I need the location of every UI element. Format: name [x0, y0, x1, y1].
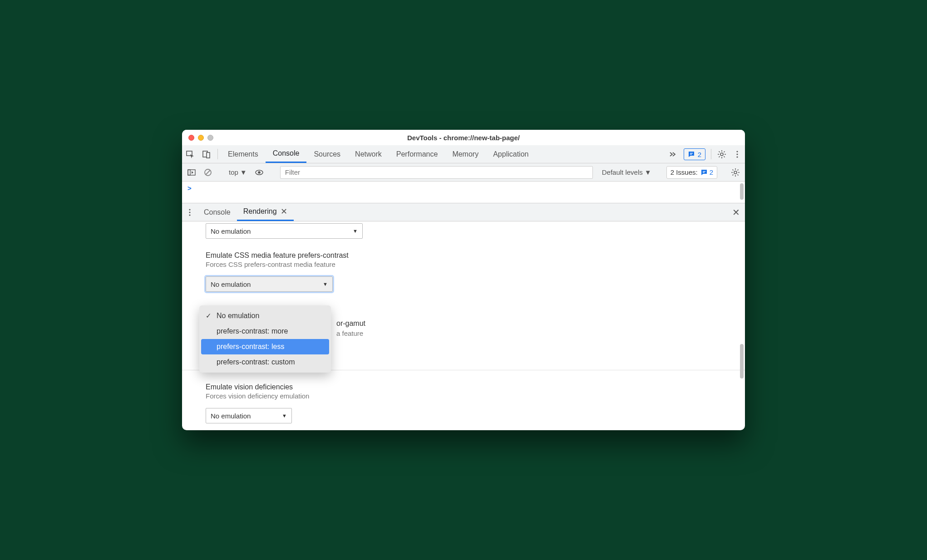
levels-label: Default levels — [602, 168, 643, 176]
more-tabs-icon[interactable] — [665, 145, 681, 163]
window-title: DevTools - chrome://new-tab-page/ — [182, 134, 745, 142]
dropdown-option-more[interactable]: prefers-contrast: more — [201, 324, 329, 339]
svg-point-7 — [736, 153, 738, 155]
option-label: prefers-contrast: more — [217, 327, 288, 335]
option-label: No emulation — [217, 312, 259, 320]
context-label: top — [229, 168, 238, 176]
panel-scrollbar-thumb[interactable] — [740, 344, 744, 378]
live-expression-icon[interactable] — [252, 168, 266, 177]
divider — [711, 149, 711, 159]
clear-console-icon[interactable] — [201, 168, 215, 177]
drawer-tab-label: Console — [204, 208, 231, 216]
chevron-down-icon: ▼ — [645, 168, 651, 176]
tab-sources[interactable]: Sources — [306, 145, 348, 163]
svg-point-17 — [734, 171, 737, 174]
vision-deficiencies-title: Emulate vision deficiencies — [206, 383, 739, 391]
svg-point-14 — [258, 171, 261, 174]
messages-badge[interactable]: 2 — [684, 148, 705, 160]
issues-count-wrap: 2 — [700, 168, 713, 176]
vision-deficiencies-subtitle: Forces vision deficiency emulation — [206, 392, 739, 400]
device-toggle-icon[interactable] — [198, 145, 215, 163]
top-emulation-select[interactable]: No emulation ▼ — [206, 223, 363, 239]
chevron-down-icon: ▼ — [353, 228, 358, 234]
issues-label: 2 Issues: — [671, 168, 698, 176]
titlebar: DevTools - chrome://new-tab-page/ — [182, 130, 745, 145]
message-icon — [688, 151, 695, 158]
inspect-element-icon[interactable] — [182, 145, 198, 163]
console-body[interactable]: > — [182, 182, 745, 203]
filter-input[interactable] — [280, 166, 593, 179]
svg-rect-2 — [207, 152, 210, 158]
console-settings-icon[interactable] — [729, 168, 742, 177]
minimize-window-button[interactable] — [198, 135, 204, 141]
svg-rect-15 — [703, 171, 705, 172]
chevron-down-icon: ▼ — [323, 281, 328, 287]
issues-count: 2 — [710, 168, 713, 176]
drawer-tab-label: Rendering — [243, 207, 277, 216]
tab-console[interactable]: Console — [266, 145, 307, 163]
prefers-contrast-select[interactable]: No emulation ▼ — [206, 276, 333, 292]
tab-performance[interactable]: Performance — [389, 145, 445, 163]
prefers-contrast-subtitle: Forces CSS prefers-contrast media featur… — [206, 260, 739, 268]
tab-application[interactable]: Application — [486, 145, 536, 163]
drawer-kebab-icon[interactable] — [182, 203, 197, 221]
dropdown-option-less[interactable]: prefers-contrast: less — [201, 339, 329, 354]
close-drawer-icon[interactable]: ✕ — [727, 203, 745, 221]
log-levels-selector[interactable]: Default levels ▼ — [598, 168, 655, 176]
settings-icon[interactable] — [714, 145, 730, 163]
drawer-tab-console[interactable]: Console — [197, 203, 237, 221]
color-gamut-subtitle-fragment: a feature — [336, 329, 363, 337]
rendering-panel: No emulation ▼ Emulate CSS media feature… — [182, 221, 745, 430]
scrollbar-thumb[interactable] — [740, 183, 744, 200]
prefers-contrast-dropdown: No emulation prefers-contrast: more pref… — [199, 305, 331, 373]
console-prompt: > — [182, 182, 745, 195]
drawer-tab-rendering[interactable]: Rendering ✕ — [237, 203, 294, 221]
tab-label: Network — [355, 150, 382, 158]
issues-badge[interactable]: 2 Issues: 2 — [666, 166, 717, 179]
main-tab-strip: Elements Console Sources Network Perform… — [182, 145, 745, 163]
svg-rect-3 — [690, 153, 693, 153]
color-gamut-title-fragment: or-gamut — [336, 319, 365, 328]
toggle-sidebar-icon[interactable] — [185, 168, 198, 177]
prefers-contrast-title: Emulate CSS media feature prefers-contra… — [206, 251, 739, 260]
tab-memory[interactable]: Memory — [445, 145, 486, 163]
svg-point-20 — [189, 214, 190, 216]
tab-elements[interactable]: Elements — [221, 145, 266, 163]
svg-line-12 — [206, 170, 210, 175]
traffic-lights — [182, 135, 213, 141]
tab-label: Performance — [396, 150, 438, 158]
svg-rect-10 — [188, 170, 190, 175]
svg-point-8 — [736, 156, 738, 157]
svg-rect-16 — [703, 172, 705, 172]
select-value: No emulation — [211, 227, 251, 235]
svg-point-18 — [189, 209, 190, 210]
chevron-down-icon: ▼ — [282, 413, 287, 418]
tab-label: Sources — [314, 150, 340, 158]
tab-network[interactable]: Network — [348, 145, 389, 163]
zoom-window-button[interactable] — [207, 135, 213, 141]
close-window-button[interactable] — [188, 135, 194, 141]
option-label: prefers-contrast: custom — [217, 358, 295, 366]
badge-count: 2 — [698, 151, 701, 158]
kebab-menu-icon[interactable] — [730, 145, 745, 163]
select-value: No emulation — [211, 280, 251, 288]
console-toolbar: top ▼ Default levels ▼ 2 Issues: 2 — [182, 163, 745, 182]
dropdown-option-custom[interactable]: prefers-contrast: custom — [201, 354, 329, 370]
svg-point-19 — [189, 211, 190, 213]
option-label: prefers-contrast: less — [217, 343, 284, 351]
svg-point-6 — [736, 151, 738, 152]
vision-deficiencies-select[interactable]: No emulation ▼ — [206, 408, 292, 423]
message-icon — [700, 169, 708, 176]
context-selector[interactable]: top ▼ — [226, 168, 250, 176]
devtools-window: DevTools - chrome://new-tab-page/ Elemen… — [182, 130, 745, 430]
tab-label: Memory — [452, 150, 478, 158]
tab-label: Console — [273, 149, 300, 157]
divider — [217, 149, 218, 159]
dropdown-option-no-emulation[interactable]: No emulation — [201, 308, 329, 324]
chevron-down-icon: ▼ — [240, 168, 247, 176]
tab-label: Application — [493, 150, 528, 158]
svg-point-5 — [720, 153, 723, 156]
close-tab-icon[interactable]: ✕ — [281, 206, 287, 216]
select-value: No emulation — [211, 412, 251, 420]
drawer-tab-strip: Console Rendering ✕ ✕ — [182, 203, 745, 221]
